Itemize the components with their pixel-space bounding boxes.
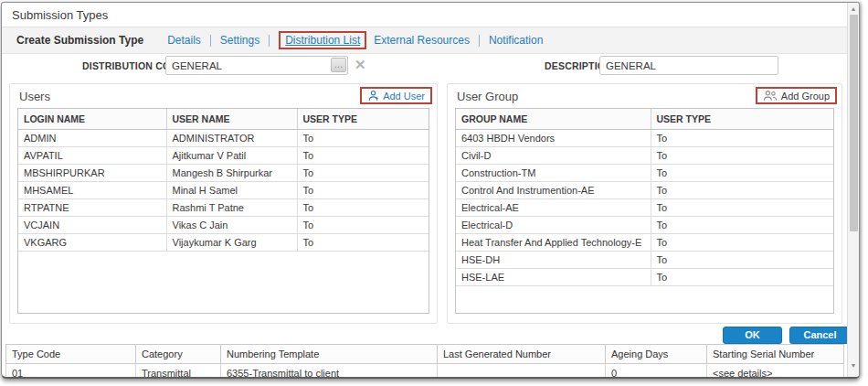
cell-user-name: Mangesh B Shirpurkar <box>166 165 297 182</box>
add-user-icon <box>367 90 379 102</box>
table-row[interactable]: Control And Instrumention-AE To <box>456 182 833 199</box>
cell-user-type: To <box>297 165 429 182</box>
description-field-wrap <box>599 56 778 75</box>
table-row[interactable]: Construction-TM To <box>456 165 833 182</box>
cell-ageing-days: 0 <box>606 364 707 380</box>
table-row[interactable]: Heat Transfer And Applied Technology-E T… <box>456 234 833 252</box>
users-table-box: LOGIN NAME USER NAME USER TYPE ADMIN ADM… <box>17 108 429 314</box>
cell-user-name: Vikas C Jain <box>166 217 297 234</box>
cell-login-name: VCJAIN <box>18 217 166 234</box>
add-group-label: Add Group <box>781 91 830 102</box>
add-group-button[interactable]: Add Group <box>756 87 837 104</box>
add-group-icon <box>763 90 778 102</box>
user-group-table: GROUP NAME USER TYPE 6403 HBDH Vendors T… <box>456 109 833 286</box>
cell-user-type: To <box>297 182 429 199</box>
cell-user-name: Vijaykumar K Garg <box>166 234 297 252</box>
groups-header-row: GROUP NAME USER TYPE <box>456 109 833 130</box>
column-header: Last Generated Number <box>438 345 606 364</box>
users-header-row: LOGIN NAME USER NAME USER TYPE <box>18 109 429 130</box>
tab-settings[interactable]: Settings <box>220 34 259 47</box>
add-user-label: Add User <box>383 91 425 102</box>
scrollbar-thumb[interactable] <box>850 15 858 231</box>
tab-external-resources[interactable]: External Resources <box>374 34 470 47</box>
cell-group-name: Construction-TM <box>456 165 651 182</box>
cell-last-generated-number <box>438 364 606 380</box>
table-row[interactable]: 6403 HBDH Vendors To <box>456 130 833 147</box>
cell-user-type: To <box>297 217 429 234</box>
table-row[interactable]: Electrical-AE To <box>456 199 833 217</box>
submission-types-window: Submission Types Create Submission Type … <box>1 2 860 379</box>
cell-user-name: ADMINISTRATOR <box>166 130 297 147</box>
tab-distribution-list[interactable]: Distribution List <box>279 31 366 49</box>
tab-details[interactable]: Details <box>167 34 201 47</box>
column-header: Numbering Template <box>221 345 438 364</box>
description-input[interactable] <box>599 56 778 75</box>
table-row[interactable]: 01 Transmittal 6355-Transmittal to clien… <box>6 364 844 380</box>
cell-user-type: To <box>651 252 833 269</box>
table-row[interactable]: MHSAMEL Minal H Samel To <box>18 182 429 199</box>
cell-group-name: Control And Instrumention-AE <box>456 182 651 199</box>
tab-separator <box>269 35 270 47</box>
cell-group-name: Civil-D <box>456 147 651 165</box>
distribution-code-input[interactable] <box>165 56 348 75</box>
clear-icon[interactable]: ✕ <box>355 58 366 71</box>
cell-group-name: HSE-DH <box>456 252 651 269</box>
cell-group-name: HSE-LAE <box>456 269 651 286</box>
column-header: Ageing Days <box>606 345 707 364</box>
bottom-header-row: Type Code Category Numbering Template La… <box>6 345 844 364</box>
cell-user-type: To <box>651 165 833 182</box>
table-row[interactable]: Civil-D To <box>456 147 833 165</box>
screenshot-stage: Submission Types Create Submission Type … <box>0 0 868 386</box>
cell-user-type: To <box>651 199 833 217</box>
cell-user-type: To <box>651 217 833 234</box>
cell-user-type: To <box>651 269 833 286</box>
scroll-down-icon[interactable]: ▼ <box>848 360 859 371</box>
users-panel-title: Users <box>19 90 50 103</box>
table-row[interactable]: RTPATNE Rashmi T Patne To <box>18 199 429 217</box>
form-title: Create Submission Type <box>16 34 143 47</box>
table-row[interactable]: AVPATIL Ajitkumar V Patil To <box>18 147 429 165</box>
user-group-table-box: GROUP NAME USER TYPE 6403 HBDH Vendors T… <box>455 108 834 314</box>
table-row[interactable]: MBSHIRPURKAR Mangesh B Shirpurkar To <box>18 165 429 182</box>
cell-user-type: To <box>651 234 833 252</box>
column-header: USER TYPE <box>297 109 429 130</box>
cell-user-type: To <box>651 182 833 199</box>
tab-bar: Create Submission Type Details Settings … <box>2 27 847 54</box>
column-header: LOGIN NAME <box>18 109 166 130</box>
cancel-button[interactable]: Cancel <box>789 327 851 344</box>
cell-login-name: VKGARG <box>18 234 166 252</box>
cell-login-name: MBSHIRPURKAR <box>18 165 166 182</box>
user-group-panel: User Group Add Group GROUP NAME USER <box>447 83 842 324</box>
table-row[interactable]: VKGARG Vijaykumar K Garg To <box>18 234 429 252</box>
users-table: LOGIN NAME USER NAME USER TYPE ADMIN ADM… <box>18 109 429 252</box>
ellipsis-icon[interactable]: … <box>331 58 346 72</box>
add-user-button[interactable]: Add User <box>360 87 432 104</box>
cell-user-type: To <box>297 130 429 147</box>
column-header: GROUP NAME <box>456 109 651 130</box>
tab-separator <box>210 35 211 47</box>
column-header: USER NAME <box>166 109 297 130</box>
cell-type-code: 01 <box>6 364 136 380</box>
cell-group-name: Electrical-D <box>456 217 651 234</box>
table-row[interactable]: HSE-DH To <box>456 252 833 269</box>
cell-login-name: AVPATIL <box>18 147 166 165</box>
table-row[interactable]: VCJAIN Vikas C Jain To <box>18 217 429 234</box>
cell-user-type: To <box>651 147 833 165</box>
cell-login-name: RTPATNE <box>18 199 166 217</box>
table-row[interactable]: HSE-LAE To <box>456 269 833 286</box>
cell-login-name: ADMIN <box>18 130 166 147</box>
cell-starting-serial-number: <see details> <box>707 364 844 380</box>
cell-user-name: Minal H Samel <box>166 182 297 199</box>
scroll-up-icon[interactable]: ▲ <box>848 4 859 15</box>
distribution-code-field-wrap: … <box>165 56 348 75</box>
table-row[interactable]: Electrical-D To <box>456 217 833 234</box>
cell-numbering-template: 6355-Transmittal to client <box>221 364 438 380</box>
tab-notification[interactable]: Notification <box>489 34 543 47</box>
user-group-panel-title: User Group <box>457 90 518 103</box>
cell-group-name: Heat Transfer And Applied Technology-E <box>456 234 651 252</box>
cell-group-name: Electrical-AE <box>456 199 651 217</box>
table-row[interactable]: ADMIN ADMINISTRATOR To <box>18 130 429 147</box>
ok-button[interactable]: OK <box>723 327 782 344</box>
column-header: Type Code <box>6 345 136 364</box>
vertical-scrollbar[interactable]: ▲ ▼ <box>847 3 859 377</box>
